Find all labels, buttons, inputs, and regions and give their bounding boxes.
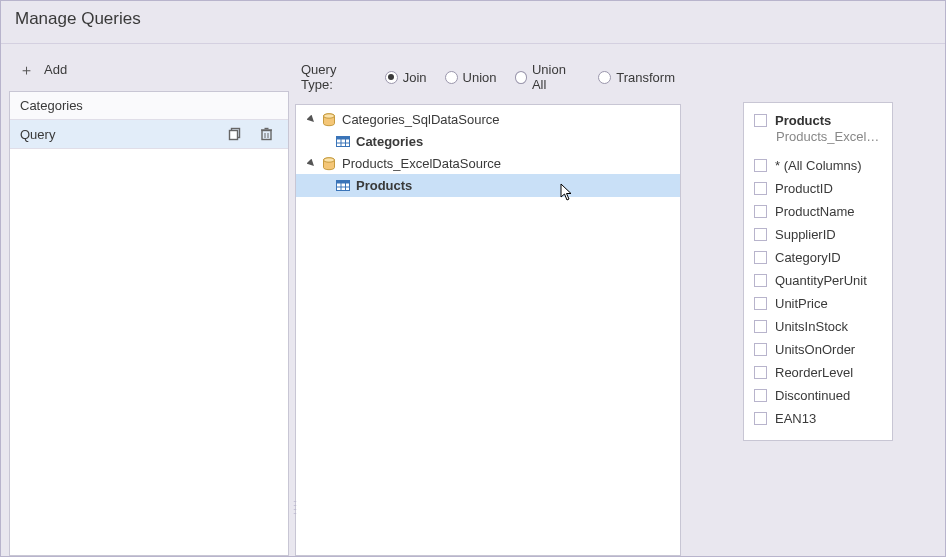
resize-grip-icon[interactable]: ········ <box>293 499 296 515</box>
column-item[interactable]: UnitsInStock <box>754 315 882 338</box>
column-checkbox[interactable] <box>754 343 767 356</box>
queries-list: Categories Query <box>9 91 289 556</box>
column-item[interactable]: * (All Columns) <box>754 154 882 177</box>
radio-join[interactable]: Join <box>385 70 427 85</box>
tree-child-label: Categories <box>356 134 423 149</box>
tree-child[interactable]: Categories <box>296 130 680 153</box>
radio-dot-icon <box>515 71 527 84</box>
row-actions <box>227 126 274 142</box>
column-checkbox[interactable] <box>754 389 767 402</box>
main-body: ＋ Add Categories Query <box>1 44 945 556</box>
column-item[interactable]: ProductID <box>754 177 882 200</box>
column-checkbox[interactable] <box>754 320 767 333</box>
radio-label: Transform <box>616 70 675 85</box>
column-item[interactable]: ReorderLevel <box>754 361 882 384</box>
column-checkbox[interactable] <box>754 228 767 241</box>
column-checkbox[interactable] <box>754 274 767 287</box>
queries-list-row-label: Query <box>20 127 227 142</box>
column-label: UnitsInStock <box>775 319 848 334</box>
column-label: ReorderLevel <box>775 365 853 380</box>
radio-label: Union All <box>532 62 580 92</box>
column-label: UnitsOnOrder <box>775 342 855 357</box>
queries-list-header: Categories <box>10 92 288 120</box>
select-all-checkbox[interactable] <box>754 114 767 127</box>
add-button-label: Add <box>44 62 67 77</box>
radio-label: Join <box>403 70 427 85</box>
column-label: ProductName <box>775 204 854 219</box>
column-checkbox[interactable] <box>754 251 767 264</box>
svg-rect-17 <box>337 181 350 184</box>
tree-child-selected[interactable]: Products <box>296 174 680 197</box>
expand-collapse-icon[interactable] <box>306 159 316 169</box>
data-source-tree: ········ Categories_SqlDataSource Cate <box>295 104 681 556</box>
column-item[interactable]: UnitPrice <box>754 292 882 315</box>
column-item[interactable]: UnitsOnOrder <box>754 338 882 361</box>
column-item[interactable]: EAN13 <box>754 407 882 430</box>
page-title: Manage Queries <box>1 1 945 44</box>
column-item[interactable]: CategoryID <box>754 246 882 269</box>
column-checkbox[interactable] <box>754 412 767 425</box>
column-checkbox[interactable] <box>754 366 767 379</box>
radio-dot-icon <box>598 71 611 84</box>
column-label: UnitPrice <box>775 296 828 311</box>
column-label: * (All Columns) <box>775 158 862 173</box>
columns-panel-subtitle: Products_Excel… <box>754 129 882 154</box>
column-item[interactable]: SupplierID <box>754 223 882 246</box>
radio-dot-selected-icon <box>385 71 398 84</box>
columns-panel-title: Products <box>775 113 831 128</box>
right-pane: Products Products_Excel… * (All Columns)… <box>687 56 937 556</box>
column-label: ProductID <box>775 181 833 196</box>
queries-list-row[interactable]: Query <box>10 120 288 149</box>
svg-point-8 <box>324 113 335 117</box>
expand-collapse-icon[interactable] <box>306 115 316 125</box>
svg-rect-10 <box>337 137 350 140</box>
tree-child-label: Products <box>356 178 412 193</box>
svg-rect-2 <box>262 131 271 140</box>
column-label: QuantityPerUnit <box>775 273 867 288</box>
radio-label: Union <box>463 70 497 85</box>
column-label: SupplierID <box>775 227 836 242</box>
column-label: EAN13 <box>775 411 816 426</box>
column-item[interactable]: Discontinued <box>754 384 882 407</box>
query-type-row: Query Type: Join Union Union All <box>295 56 681 104</box>
table-icon <box>336 136 350 147</box>
plus-icon: ＋ <box>19 62 34 77</box>
radio-transform[interactable]: Transform <box>598 70 675 85</box>
query-type-label: Query Type: <box>301 62 371 92</box>
column-item[interactable]: ProductName <box>754 200 882 223</box>
column-checkbox[interactable] <box>754 205 767 218</box>
manage-queries-window: Manage Queries ＋ Add Categories Query <box>0 0 946 557</box>
radio-dot-icon <box>445 71 458 84</box>
column-label: CategoryID <box>775 250 841 265</box>
column-checkbox[interactable] <box>754 182 767 195</box>
column-item[interactable]: QuantityPerUnit <box>754 269 882 292</box>
tree-node-label: Products_ExcelDataSource <box>342 156 501 171</box>
copy-icon[interactable] <box>227 126 243 142</box>
svg-point-15 <box>324 157 335 161</box>
left-pane: ＋ Add Categories Query <box>9 56 289 556</box>
radio-union-all[interactable]: Union All <box>515 62 581 92</box>
middle-pane: Query Type: Join Union Union All <box>295 56 681 556</box>
query-type-radio-group: Join Union Union All Transform <box>385 62 675 92</box>
database-icon <box>322 113 336 127</box>
trash-icon[interactable] <box>259 126 274 142</box>
columns-panel: Products Products_Excel… * (All Columns)… <box>743 102 893 441</box>
tree-node-label: Categories_SqlDataSource <box>342 112 500 127</box>
add-button[interactable]: ＋ Add <box>9 56 289 91</box>
column-checkbox[interactable] <box>754 297 767 310</box>
column-label: Discontinued <box>775 388 850 403</box>
tree-node[interactable]: Products_ExcelDataSource <box>296 153 680 174</box>
radio-union[interactable]: Union <box>445 70 497 85</box>
column-checkbox[interactable] <box>754 159 767 172</box>
database-icon <box>322 157 336 171</box>
columns-panel-header: Products <box>754 111 882 129</box>
svg-rect-1 <box>230 131 238 140</box>
table-icon <box>336 180 350 191</box>
tree-node[interactable]: Categories_SqlDataSource <box>296 109 680 130</box>
